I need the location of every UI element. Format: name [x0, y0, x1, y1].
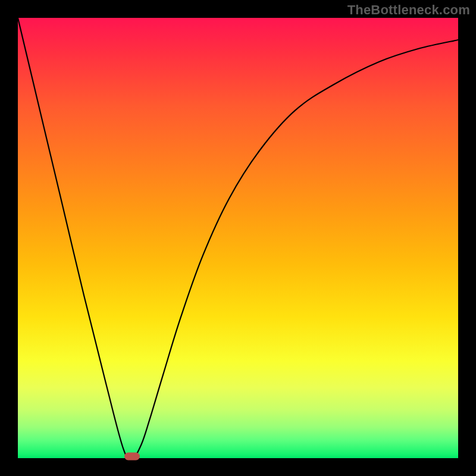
watermark-text: TheBottleneck.com — [347, 2, 470, 18]
optimal-point-marker — [124, 453, 140, 461]
chart-frame: TheBottleneck.com — [0, 0, 476, 476]
bottleneck-curve — [18, 18, 458, 458]
plot-area — [18, 18, 458, 458]
